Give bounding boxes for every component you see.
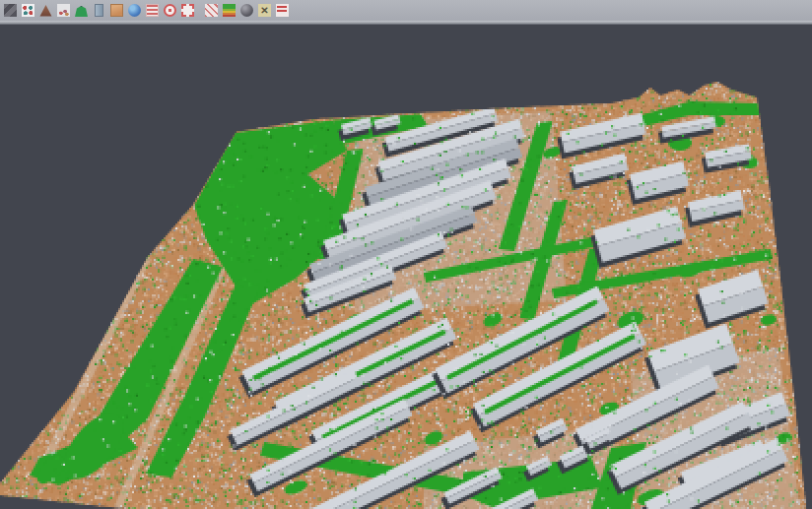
profile-column-button[interactable]	[91, 2, 107, 19]
classification-icon	[223, 4, 236, 17]
grid-button[interactable]	[203, 2, 220, 19]
tie-points-icon	[22, 4, 34, 17]
flag-icon	[276, 4, 289, 17]
grid-icon	[205, 4, 218, 17]
selection-brackets-button[interactable]	[179, 2, 196, 19]
sphere-button[interactable]	[238, 2, 255, 19]
sparse-points-button[interactable]	[55, 2, 72, 19]
dsm-mountain-icon	[39, 4, 52, 17]
target-icon	[164, 4, 176, 17]
flag-button[interactable]	[274, 2, 291, 19]
tie-points-button[interactable]	[20, 2, 36, 19]
viewport	[0, 25, 812, 509]
delete-cross-button[interactable]	[256, 2, 273, 19]
globe-button[interactable]	[126, 2, 143, 19]
report-icon	[146, 4, 159, 17]
profile-column-icon	[95, 4, 103, 17]
3d-viewport[interactable]	[0, 25, 812, 509]
dsm-mountain-button[interactable]	[37, 2, 54, 19]
selection-brackets-icon	[181, 4, 194, 17]
texture-icon	[4, 4, 17, 17]
report-button[interactable]	[144, 2, 161, 19]
sparse-points-icon	[57, 4, 70, 17]
delete-cross-icon	[258, 4, 271, 17]
globe-icon	[128, 4, 141, 17]
orthomosaic-button[interactable]	[108, 2, 125, 19]
classification-button[interactable]	[221, 2, 237, 19]
orthomosaic-icon	[110, 4, 123, 17]
texture-button[interactable]	[2, 2, 19, 19]
terrain-button[interactable]	[73, 2, 90, 19]
sphere-icon	[240, 4, 253, 17]
main-toolbar	[0, 0, 812, 21]
terrain-icon	[75, 4, 88, 17]
target-button[interactable]	[162, 2, 178, 19]
